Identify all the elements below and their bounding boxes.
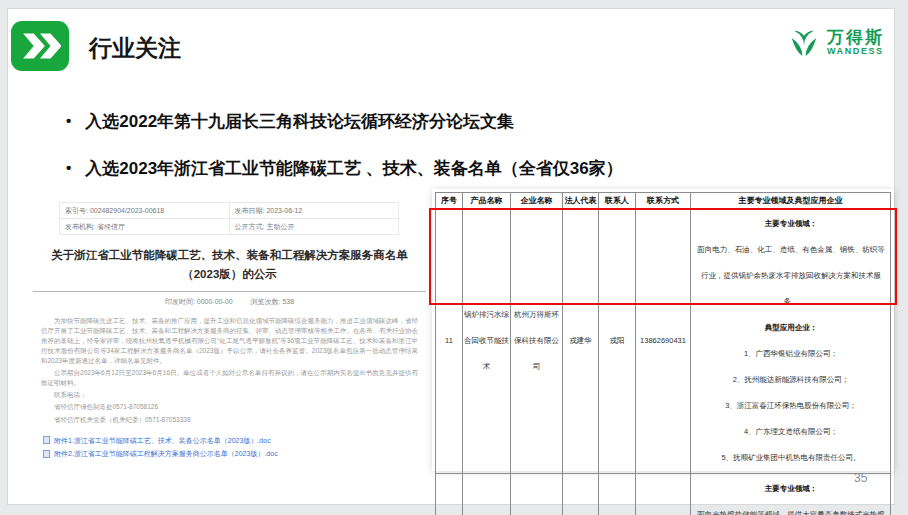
bullet-item-1: 入选2022年第十九届长三角科技论坛循环经济分论坛文集 [66, 110, 514, 133]
attachment-label: 附件1.浙江省工业节能降碳工艺、技术、装备公示名单（2023版）.doc [54, 434, 271, 447]
doc-meta-index: 索引号: 002482904/2023-00618 [60, 203, 230, 219]
col-header: 产品名称 [463, 193, 511, 209]
table-header-row: 序号 产品名称 企业名称 法人代表 联系人 联系方式 主要专业领域及典型应用企业 [436, 193, 891, 209]
cell-contact: 戎阳 [599, 209, 636, 474]
app-company: 5、抚顺矿业集团中机热电有限责任公司。 [696, 445, 886, 471]
cell-legal: 王水福 [563, 474, 599, 515]
col-header: 法人代表 [563, 193, 599, 209]
doc-file-icon [43, 436, 50, 444]
doc-title: 关于浙江省工业节能降碳工艺、技术、装备和工程解决方案服务商名单（2023版）的公… [31, 246, 428, 284]
cell-company: 杭州万得斯环保科技有限公司 [511, 209, 563, 474]
doc-meta-mode: 公开方式: 主动公开 [229, 219, 399, 235]
leaf-logo-icon [786, 25, 822, 61]
logo-name-en: WANDESS [827, 47, 884, 56]
col-header: 企业名称 [511, 193, 563, 209]
table-row-12: 12 大容量高参数塔式光热熔盐吸热器 西子清洁能源装备制造股份有限公司 王水福 … [436, 474, 891, 515]
logo-name-cn: 万得斯 [827, 29, 884, 47]
doc-meta-org: 发布机构: 省经信厅 [60, 219, 230, 235]
cell-no: 12 [436, 474, 463, 515]
presentation-slide: 行业关注 万得斯 WANDESS 入选2022年第十九届长三角科技论坛循环经济分… [7, 8, 895, 505]
cell-contact: 张霞 [599, 474, 636, 515]
doc-file-icon [43, 450, 50, 458]
attachment-label: 附件2.浙江省工业节能降碳工程解决方案服务商公示名单（2023版）.doc [54, 447, 278, 460]
doc-paragraph: 省经信厅绿色制造处0571-87058126 [41, 402, 418, 412]
domain-label: 主要专业领域： [696, 211, 886, 237]
double-chevron-icon [11, 21, 69, 71]
cell-no: 11 [436, 209, 463, 474]
app-company: 3、浙江富春江环保热电股份有限公司； [696, 393, 886, 419]
doc-divider [33, 291, 426, 292]
doc-paragraph: 联系电话： [41, 390, 418, 400]
doc-meta-table: 索引号: 002482904/2023-00618 发布日期: 2023-06-… [59, 202, 399, 235]
col-header: 联系人 [599, 193, 636, 209]
fast-forward-icon [19, 29, 61, 63]
cell-product: 大容量高参数塔式光热熔盐吸热器 [463, 474, 511, 515]
apps-label: 典型应用企业： [696, 315, 886, 341]
attachment-link-2[interactable]: 附件2.浙江省工业节能降碳工程解决方案服务商公示名单（2023版）.doc [43, 447, 428, 460]
app-company: 4、广东理文造纸有限公司； [696, 419, 886, 445]
doc-paragraph: 省经信厅机关党委（机关纪委）0571-87053338 [41, 415, 418, 425]
doc-publish-line: 印发时间: 0000-00-00 浏览次数: 538 [31, 297, 428, 307]
bullet-item-2: 入选2023年浙江省工业节能降碳工艺 、技术、装备名单（全省仅36家） [66, 157, 623, 180]
col-header: 联系方式 [636, 193, 691, 209]
cell-phone: 18816231917 [636, 474, 691, 515]
doc-attachments: 附件1.浙江省工业节能降碳工艺、技术、装备公示名单（2023版）.doc 附件2… [31, 434, 428, 461]
col-header: 序号 [436, 193, 463, 209]
wandess-logo: 万得斯 WANDESS [786, 25, 884, 61]
doc-print-time: 印发时间: 0000-00-00 [165, 298, 233, 305]
app-company: 1、广西华银铝业有限公司； [696, 341, 886, 367]
col-header: 主要专业领域及典型应用企业 [691, 193, 891, 209]
app-company: 2、抚州能达新能源科技有限公司； [696, 367, 886, 393]
cell-detail: 主要专业领域： 面向电力、石油、化工、造纸、有色金属、钢铁、纺织等行业，提供锅炉… [691, 209, 891, 474]
doc-view-count: 浏览次数: 538 [251, 298, 295, 305]
doc-paragraph: 公示期自2023年6月12日至2023年6月16日。单位或者个人如对公示名单持有… [41, 368, 418, 388]
cell-legal: 戎建华 [563, 209, 599, 474]
cell-phone: 13862690431 [636, 209, 691, 474]
gov-notice-document: 索引号: 002482904/2023-00618 发布日期: 2023-06-… [31, 196, 428, 460]
domain-text: 面向光热熔盐储能等领域，提供大容量高参数塔式光热熔盐吸热器装置和技术服务。 [696, 502, 886, 515]
doc-meta-date: 发布日期: 2023-06-12 [229, 203, 399, 219]
logo-text: 万得斯 WANDESS [827, 29, 884, 56]
doc-paragraph: 为加快节能降碳先进工艺、技术、装备的推广应用，提升工业和信息化领域节能降碳综合服… [41, 316, 418, 366]
cell-company: 西子清洁能源装备制造股份有限公司 [511, 474, 563, 515]
doc-body: 为加快节能降碳先进工艺、技术、装备的推广应用，提升工业和信息化领域节能降碳综合服… [31, 316, 428, 425]
page-number: 35 [854, 471, 867, 485]
page-title: 行业关注 [89, 33, 181, 64]
suppliers-table-card: 序号 产品名称 企业名称 法人代表 联系人 联系方式 主要专业领域及典型应用企业… [432, 189, 894, 471]
domain-text: 面向电力、石油、化工、造纸、有色金属、钢铁、纺织等行业，提供锅炉余热废水零排放回… [696, 237, 886, 315]
cell-product: 锅炉排污水综合回收节能技术 [463, 209, 511, 474]
suppliers-table: 序号 产品名称 企业名称 法人代表 联系人 联系方式 主要专业领域及典型应用企业… [435, 192, 891, 515]
attachment-link-1[interactable]: 附件1.浙江省工业节能降碳工艺、技术、装备公示名单（2023版）.doc [43, 434, 428, 447]
table-row-11: 11 锅炉排污水综合回收节能技术 杭州万得斯环保科技有限公司 戎建华 戎阳 13… [436, 209, 891, 474]
